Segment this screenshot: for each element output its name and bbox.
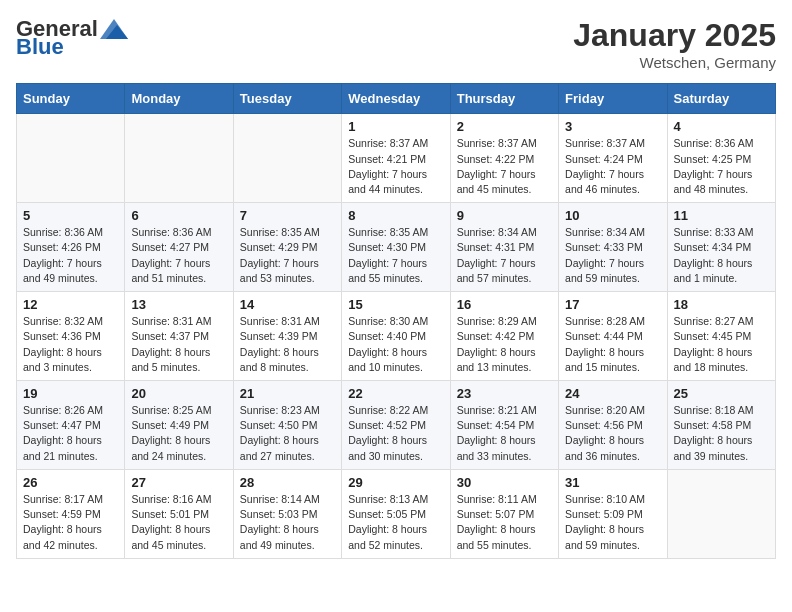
calendar-cell: 16Sunrise: 8:29 AMSunset: 4:42 PMDayligh… xyxy=(450,292,558,381)
day-info: Sunrise: 8:10 AMSunset: 5:09 PMDaylight:… xyxy=(565,492,660,553)
day-info: Sunrise: 8:26 AMSunset: 4:47 PMDaylight:… xyxy=(23,403,118,464)
day-number: 26 xyxy=(23,475,118,490)
calendar-cell: 18Sunrise: 8:27 AMSunset: 4:45 PMDayligh… xyxy=(667,292,775,381)
calendar-week-row: 19Sunrise: 8:26 AMSunset: 4:47 PMDayligh… xyxy=(17,381,776,470)
weekday-header-sunday: Sunday xyxy=(17,84,125,114)
day-info: Sunrise: 8:36 AMSunset: 4:25 PMDaylight:… xyxy=(674,136,769,197)
day-number: 17 xyxy=(565,297,660,312)
calendar-cell: 20Sunrise: 8:25 AMSunset: 4:49 PMDayligh… xyxy=(125,381,233,470)
calendar-week-row: 26Sunrise: 8:17 AMSunset: 4:59 PMDayligh… xyxy=(17,469,776,558)
day-number: 16 xyxy=(457,297,552,312)
day-info: Sunrise: 8:37 AMSunset: 4:21 PMDaylight:… xyxy=(348,136,443,197)
logo: General Blue xyxy=(16,16,128,60)
day-info: Sunrise: 8:31 AMSunset: 4:39 PMDaylight:… xyxy=(240,314,335,375)
calendar-cell: 3Sunrise: 8:37 AMSunset: 4:24 PMDaylight… xyxy=(559,114,667,203)
day-number: 20 xyxy=(131,386,226,401)
month-title: January 2025 xyxy=(573,16,776,54)
day-number: 3 xyxy=(565,119,660,134)
calendar-week-row: 5Sunrise: 8:36 AMSunset: 4:26 PMDaylight… xyxy=(17,203,776,292)
calendar-cell: 29Sunrise: 8:13 AMSunset: 5:05 PMDayligh… xyxy=(342,469,450,558)
calendar-cell: 7Sunrise: 8:35 AMSunset: 4:29 PMDaylight… xyxy=(233,203,341,292)
day-number: 9 xyxy=(457,208,552,223)
day-info: Sunrise: 8:18 AMSunset: 4:58 PMDaylight:… xyxy=(674,403,769,464)
calendar-cell: 27Sunrise: 8:16 AMSunset: 5:01 PMDayligh… xyxy=(125,469,233,558)
weekday-header-tuesday: Tuesday xyxy=(233,84,341,114)
day-number: 8 xyxy=(348,208,443,223)
calendar-cell: 15Sunrise: 8:30 AMSunset: 4:40 PMDayligh… xyxy=(342,292,450,381)
calendar-cell: 5Sunrise: 8:36 AMSunset: 4:26 PMDaylight… xyxy=(17,203,125,292)
day-info: Sunrise: 8:17 AMSunset: 4:59 PMDaylight:… xyxy=(23,492,118,553)
calendar-cell: 25Sunrise: 8:18 AMSunset: 4:58 PMDayligh… xyxy=(667,381,775,470)
calendar-cell: 23Sunrise: 8:21 AMSunset: 4:54 PMDayligh… xyxy=(450,381,558,470)
day-info: Sunrise: 8:22 AMSunset: 4:52 PMDaylight:… xyxy=(348,403,443,464)
calendar-cell: 28Sunrise: 8:14 AMSunset: 5:03 PMDayligh… xyxy=(233,469,341,558)
day-info: Sunrise: 8:34 AMSunset: 4:33 PMDaylight:… xyxy=(565,225,660,286)
day-info: Sunrise: 8:35 AMSunset: 4:30 PMDaylight:… xyxy=(348,225,443,286)
day-info: Sunrise: 8:11 AMSunset: 5:07 PMDaylight:… xyxy=(457,492,552,553)
calendar-cell xyxy=(233,114,341,203)
day-info: Sunrise: 8:36 AMSunset: 4:27 PMDaylight:… xyxy=(131,225,226,286)
calendar-week-row: 1Sunrise: 8:37 AMSunset: 4:21 PMDaylight… xyxy=(17,114,776,203)
day-info: Sunrise: 8:13 AMSunset: 5:05 PMDaylight:… xyxy=(348,492,443,553)
day-info: Sunrise: 8:37 AMSunset: 4:22 PMDaylight:… xyxy=(457,136,552,197)
calendar-cell: 12Sunrise: 8:32 AMSunset: 4:36 PMDayligh… xyxy=(17,292,125,381)
calendar-cell: 22Sunrise: 8:22 AMSunset: 4:52 PMDayligh… xyxy=(342,381,450,470)
day-info: Sunrise: 8:36 AMSunset: 4:26 PMDaylight:… xyxy=(23,225,118,286)
day-info: Sunrise: 8:28 AMSunset: 4:44 PMDaylight:… xyxy=(565,314,660,375)
day-number: 18 xyxy=(674,297,769,312)
day-info: Sunrise: 8:23 AMSunset: 4:50 PMDaylight:… xyxy=(240,403,335,464)
day-info: Sunrise: 8:37 AMSunset: 4:24 PMDaylight:… xyxy=(565,136,660,197)
day-number: 23 xyxy=(457,386,552,401)
location-subtitle: Wetschen, Germany xyxy=(573,54,776,71)
day-number: 27 xyxy=(131,475,226,490)
day-info: Sunrise: 8:27 AMSunset: 4:45 PMDaylight:… xyxy=(674,314,769,375)
day-info: Sunrise: 8:14 AMSunset: 5:03 PMDaylight:… xyxy=(240,492,335,553)
day-number: 1 xyxy=(348,119,443,134)
day-number: 12 xyxy=(23,297,118,312)
weekday-header-friday: Friday xyxy=(559,84,667,114)
day-number: 5 xyxy=(23,208,118,223)
calendar-cell: 17Sunrise: 8:28 AMSunset: 4:44 PMDayligh… xyxy=(559,292,667,381)
logo-icon xyxy=(100,19,128,39)
weekday-header-saturday: Saturday xyxy=(667,84,775,114)
calendar-cell: 30Sunrise: 8:11 AMSunset: 5:07 PMDayligh… xyxy=(450,469,558,558)
day-number: 4 xyxy=(674,119,769,134)
day-info: Sunrise: 8:34 AMSunset: 4:31 PMDaylight:… xyxy=(457,225,552,286)
day-info: Sunrise: 8:21 AMSunset: 4:54 PMDaylight:… xyxy=(457,403,552,464)
day-number: 29 xyxy=(348,475,443,490)
day-number: 10 xyxy=(565,208,660,223)
calendar-cell: 11Sunrise: 8:33 AMSunset: 4:34 PMDayligh… xyxy=(667,203,775,292)
calendar-cell: 26Sunrise: 8:17 AMSunset: 4:59 PMDayligh… xyxy=(17,469,125,558)
calendar-cell xyxy=(17,114,125,203)
day-number: 28 xyxy=(240,475,335,490)
day-info: Sunrise: 8:16 AMSunset: 5:01 PMDaylight:… xyxy=(131,492,226,553)
day-info: Sunrise: 8:25 AMSunset: 4:49 PMDaylight:… xyxy=(131,403,226,464)
calendar-cell: 21Sunrise: 8:23 AMSunset: 4:50 PMDayligh… xyxy=(233,381,341,470)
day-number: 30 xyxy=(457,475,552,490)
day-number: 21 xyxy=(240,386,335,401)
calendar-cell: 24Sunrise: 8:20 AMSunset: 4:56 PMDayligh… xyxy=(559,381,667,470)
calendar-cell: 2Sunrise: 8:37 AMSunset: 4:22 PMDaylight… xyxy=(450,114,558,203)
day-info: Sunrise: 8:32 AMSunset: 4:36 PMDaylight:… xyxy=(23,314,118,375)
calendar-cell: 13Sunrise: 8:31 AMSunset: 4:37 PMDayligh… xyxy=(125,292,233,381)
day-number: 6 xyxy=(131,208,226,223)
calendar-cell: 9Sunrise: 8:34 AMSunset: 4:31 PMDaylight… xyxy=(450,203,558,292)
calendar-cell: 8Sunrise: 8:35 AMSunset: 4:30 PMDaylight… xyxy=(342,203,450,292)
day-number: 14 xyxy=(240,297,335,312)
calendar-cell xyxy=(125,114,233,203)
day-number: 7 xyxy=(240,208,335,223)
day-info: Sunrise: 8:20 AMSunset: 4:56 PMDaylight:… xyxy=(565,403,660,464)
day-info: Sunrise: 8:29 AMSunset: 4:42 PMDaylight:… xyxy=(457,314,552,375)
page-header: General Blue January 2025 Wetschen, Germ… xyxy=(16,16,776,71)
day-number: 22 xyxy=(348,386,443,401)
calendar-table: SundayMondayTuesdayWednesdayThursdayFrid… xyxy=(16,83,776,558)
weekday-header-thursday: Thursday xyxy=(450,84,558,114)
day-number: 24 xyxy=(565,386,660,401)
calendar-cell: 6Sunrise: 8:36 AMSunset: 4:27 PMDaylight… xyxy=(125,203,233,292)
calendar-cell: 14Sunrise: 8:31 AMSunset: 4:39 PMDayligh… xyxy=(233,292,341,381)
calendar-cell xyxy=(667,469,775,558)
day-number: 13 xyxy=(131,297,226,312)
calendar-cell: 10Sunrise: 8:34 AMSunset: 4:33 PMDayligh… xyxy=(559,203,667,292)
title-area: January 2025 Wetschen, Germany xyxy=(573,16,776,71)
calendar-cell: 1Sunrise: 8:37 AMSunset: 4:21 PMDaylight… xyxy=(342,114,450,203)
